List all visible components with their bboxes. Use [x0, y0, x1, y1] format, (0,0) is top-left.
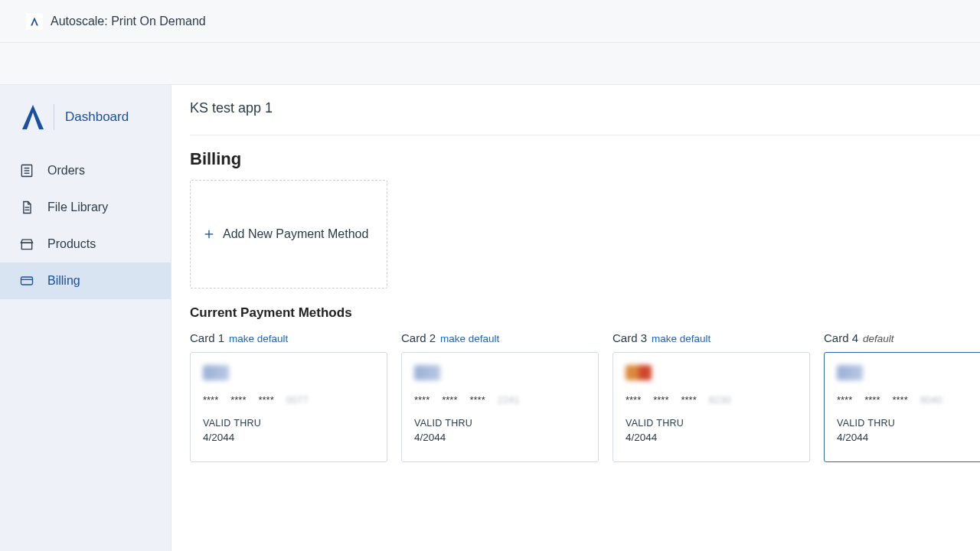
- card-brand-icon: [203, 365, 229, 380]
- sidebar-item-products[interactable]: Products: [0, 226, 171, 262]
- make-default-link[interactable]: make default: [652, 333, 710, 344]
- valid-thru-label: VALID THRU: [626, 418, 797, 429]
- main-content: KS test app 1 Billing Add New Payment Me…: [172, 85, 980, 551]
- document-icon: [18, 199, 35, 216]
- valid-thru-label: VALID THRU: [837, 418, 980, 429]
- payment-card: Card 3 make default **** **** **** 8230 …: [612, 331, 810, 462]
- sidebar-nav: Orders File Library Prod: [0, 152, 171, 299]
- card-label: Card 2: [401, 331, 436, 344]
- card-number-masked: **** **** **** 8040: [837, 394, 980, 406]
- storefront-icon: [18, 236, 35, 253]
- app-instance-name: KS test app 1: [190, 100, 980, 135]
- sidebar-item-file-library[interactable]: File Library: [0, 189, 171, 226]
- sidebar-title[interactable]: Dashboard: [65, 109, 129, 125]
- svg-rect-7: [21, 277, 33, 285]
- card-number-masked: **** **** **** 0077: [203, 394, 374, 406]
- card-brand-icon: [837, 365, 863, 380]
- payment-cards-row: Card 1 make default **** **** **** 0077 …: [190, 331, 980, 462]
- sidebar-header: Dashboard: [0, 85, 171, 152]
- sidebar-divider: [54, 104, 54, 130]
- card-label: Card 4: [824, 331, 858, 344]
- make-default-link[interactable]: make default: [440, 333, 499, 344]
- app-title: Autoscale: Print On Demand: [51, 15, 206, 28]
- app-logo-small: [26, 13, 43, 30]
- plus-icon: [203, 228, 215, 240]
- card-label: Card 3: [612, 331, 647, 344]
- card-label: Card 1: [190, 331, 224, 344]
- sidebar-item-orders[interactable]: Orders: [0, 152, 171, 189]
- sidebar-item-label: Orders: [47, 164, 85, 178]
- current-methods-title: Current Payment Methods: [190, 305, 980, 321]
- sidebar: Dashboard Orders Fil: [0, 85, 172, 551]
- payment-card: Card 2 make default **** **** **** 2241 …: [401, 331, 599, 462]
- payment-card: Card 1 make default **** **** **** 0077 …: [190, 331, 387, 462]
- sub-top-strip: [0, 43, 980, 85]
- card-brand-icon: [626, 365, 652, 380]
- card-box[interactable]: **** **** **** 8040 VALID THRU 4/2044: [824, 352, 980, 462]
- sidebar-logo: [14, 102, 52, 132]
- card-number-masked: **** **** **** 8230: [626, 394, 797, 406]
- valid-thru-date: 4/2044: [203, 432, 374, 443]
- payment-card: Card 4 default **** **** **** 8040 VALID…: [824, 331, 980, 462]
- valid-thru-label: VALID THRU: [203, 418, 374, 429]
- make-default-link[interactable]: make default: [229, 333, 288, 344]
- autoscale-logo-icon: [18, 102, 48, 132]
- sidebar-item-label: Products: [47, 237, 96, 251]
- card-number-masked: **** **** **** 2241: [414, 394, 586, 406]
- list-icon: [18, 162, 35, 179]
- sidebar-item-billing[interactable]: Billing: [0, 262, 171, 299]
- card-brand-icon: [414, 365, 440, 380]
- valid-thru-date: 4/2044: [837, 432, 980, 443]
- card-box[interactable]: **** **** **** 2241 VALID THRU 4/2044: [401, 352, 599, 462]
- valid-thru-label: VALID THRU: [414, 418, 586, 429]
- autoscale-logo-icon: [29, 16, 40, 27]
- credit-card-icon: [18, 272, 35, 289]
- add-payment-method-button[interactable]: Add New Payment Method: [190, 180, 387, 289]
- valid-thru-date: 4/2044: [414, 432, 586, 443]
- section-title-billing: Billing: [190, 149, 980, 169]
- valid-thru-date: 4/2044: [626, 432, 797, 443]
- card-box[interactable]: **** **** **** 8230 VALID THRU 4/2044: [612, 352, 810, 462]
- default-tag: default: [863, 333, 894, 344]
- add-payment-method-label: Add New Payment Method: [223, 227, 368, 241]
- card-box[interactable]: **** **** **** 0077 VALID THRU 4/2044: [190, 352, 387, 462]
- top-bar: Autoscale: Print On Demand: [0, 0, 980, 43]
- sidebar-item-label: File Library: [47, 201, 108, 214]
- sidebar-item-label: Billing: [47, 274, 80, 288]
